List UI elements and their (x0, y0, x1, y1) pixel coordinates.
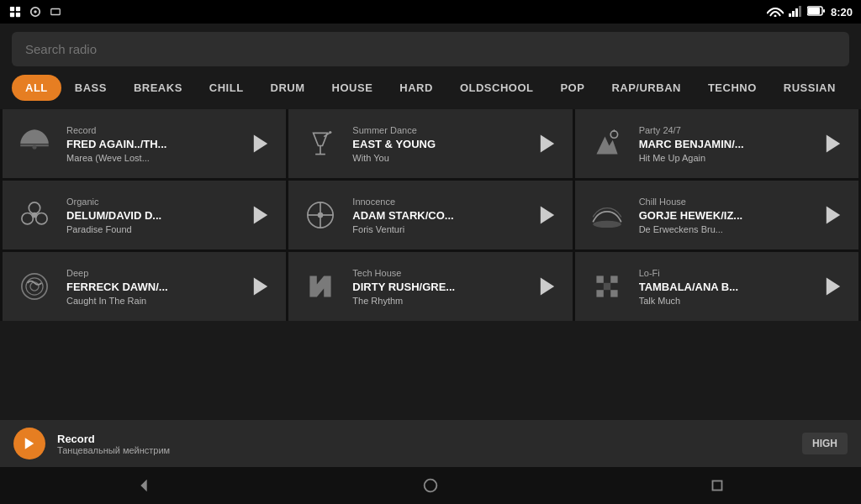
card-station-2: Party 24/7 (639, 125, 808, 135)
card-icon-2 (585, 122, 629, 165)
play-button-3[interactable] (246, 200, 276, 230)
svg-marker-48 (827, 278, 840, 296)
radio-card-6: Deep FERRECK DAWN/... Caught In The Rain (3, 252, 286, 321)
svg-point-7 (774, 14, 776, 17)
recent-apps-button[interactable] (699, 467, 736, 504)
genre-tab-hard[interactable]: HARD (386, 75, 446, 101)
svg-rect-1 (16, 7, 20, 11)
status-bar-left (8, 5, 62, 18)
battery-icon (807, 6, 826, 18)
card-artist-4: ADAM STARK/CO... (352, 209, 521, 222)
wifi-signal-icon (767, 5, 784, 19)
card-station-8: Lo-Fi (639, 268, 808, 278)
genre-tab-all[interactable]: ALL (12, 75, 61, 101)
card-info-6: Deep FERRECK DAWN/... Caught In The Rain (66, 268, 235, 306)
wifi-icon (29, 5, 42, 18)
svg-rect-6 (51, 9, 61, 15)
card-track-5: De Erweckens Bru... (639, 224, 808, 234)
card-icon-7 (298, 265, 342, 308)
svg-rect-47 (610, 290, 617, 297)
radio-card-0: Record FRED AGAIN../TH... Marea (Weve Lo… (3, 109, 286, 178)
search-container (0, 24, 861, 75)
svg-marker-25 (827, 135, 840, 153)
svg-point-51 (425, 480, 437, 492)
svg-point-39 (26, 278, 43, 295)
svg-rect-10 (795, 8, 798, 17)
card-info-7: Tech House DIRTY RUSH/GRE... The Rhythm (352, 268, 521, 306)
svg-rect-9 (792, 11, 795, 17)
genre-tab-breaks[interactable]: BREAKS (120, 75, 196, 101)
card-info-3: Organic DELUM/DAVID D... Paradise Found (66, 197, 235, 234)
app-icon (8, 5, 22, 18)
genre-tab-bass[interactable]: BASS (61, 75, 120, 101)
card-track-8: Talk Much (639, 296, 808, 306)
genre-tab-russian[interactable]: RUSSIAN (770, 75, 849, 101)
card-info-4: Innocence ADAM STARK/CO... Foris Venturi (352, 197, 521, 234)
svg-point-23 (610, 131, 617, 138)
svg-rect-0 (10, 7, 14, 11)
radio-card-1: Summer Dance EAST & YOUNG With You (288, 109, 572, 178)
play-button-4[interactable] (532, 200, 563, 230)
genre-tab-pop[interactable]: POP (547, 75, 598, 101)
now-play-button[interactable] (13, 428, 45, 459)
card-artist-6: FERRECK DAWN/... (66, 281, 235, 293)
svg-rect-43 (596, 276, 603, 282)
card-station-7: Tech House (352, 268, 521, 278)
card-artist-5: GORJE HEWEK/IZ... (639, 209, 808, 222)
card-track-4: Foris Venturi (352, 224, 521, 234)
bottom-nav (0, 467, 861, 504)
card-artist-8: TAMBALA/ANA B... (639, 281, 808, 293)
svg-rect-13 (808, 8, 820, 14)
radio-card-7: Tech House DIRTY RUSH/GRE... The Rhythm (288, 252, 572, 321)
back-button[interactable] (125, 467, 162, 504)
svg-marker-37 (827, 207, 840, 224)
svg-point-26 (29, 202, 40, 213)
card-station-3: Organic (66, 197, 235, 207)
svg-marker-35 (540, 207, 553, 224)
svg-rect-3 (16, 13, 20, 17)
card-track-6: Caught In The Rain (66, 296, 235, 306)
card-icon-1 (298, 122, 342, 165)
card-track-0: Marea (Weve Lost... (66, 153, 235, 163)
svg-point-28 (36, 213, 47, 223)
svg-rect-14 (823, 9, 825, 13)
storage-icon (49, 5, 62, 18)
genre-tab-drum[interactable]: DRUM (257, 75, 319, 101)
card-info-2: Party 24/7 MARC BENJAMIN/... Hit Me Up A… (639, 125, 808, 163)
card-artist-3: DELUM/DAVID D... (66, 209, 235, 222)
card-info-1: Summer Dance EAST & YOUNG With You (352, 125, 521, 163)
svg-rect-44 (610, 276, 617, 282)
play-button-0[interactable] (246, 129, 276, 159)
play-button-8[interactable] (818, 271, 848, 302)
genre-tab-oldschool[interactable]: OLDSCHOOL (446, 75, 547, 101)
svg-rect-45 (603, 283, 610, 290)
card-artist-1: EAST & YOUNG (352, 138, 521, 150)
card-station-0: Record (66, 125, 235, 135)
genre-tab-chill[interactable]: CHILL (196, 75, 257, 101)
card-track-2: Hit Me Up Again (639, 153, 808, 163)
card-artist-2: MARC BENJAMIN/... (639, 138, 808, 150)
svg-marker-41 (254, 278, 267, 296)
genre-tab-rapurban[interactable]: RAP/URBAN (598, 75, 695, 101)
svg-point-21 (329, 131, 331, 134)
svg-point-27 (22, 213, 33, 223)
search-input[interactable] (12, 32, 849, 66)
card-info-5: Chill House GORJE HEWEK/IZ... De Erwecke… (639, 197, 808, 234)
home-button[interactable] (412, 467, 449, 504)
play-button-7[interactable] (532, 271, 563, 302)
genre-tabs: ALLBASSBREAKSCHILLDRUMHOUSEHARDOLDSCHOOL… (0, 75, 861, 109)
svg-marker-30 (254, 207, 267, 224)
card-station-6: Deep (66, 268, 235, 278)
card-station-5: Chill House (639, 197, 808, 207)
radio-card-4: Innocence ADAM STARK/CO... Foris Venturi (288, 181, 572, 249)
play-button-2[interactable] (818, 129, 848, 159)
play-button-6[interactable] (246, 271, 276, 302)
svg-point-5 (34, 10, 37, 13)
genre-tab-house[interactable]: HOUSE (319, 75, 387, 101)
genre-tab-techno[interactable]: TECHNO (695, 75, 770, 101)
play-button-1[interactable] (532, 129, 563, 159)
card-station-1: Summer Dance (352, 125, 521, 135)
card-info-8: Lo-Fi TAMBALA/ANA B... Talk Much (639, 268, 808, 306)
play-button-5[interactable] (818, 200, 848, 230)
quality-button[interactable]: HIGH (802, 433, 848, 454)
